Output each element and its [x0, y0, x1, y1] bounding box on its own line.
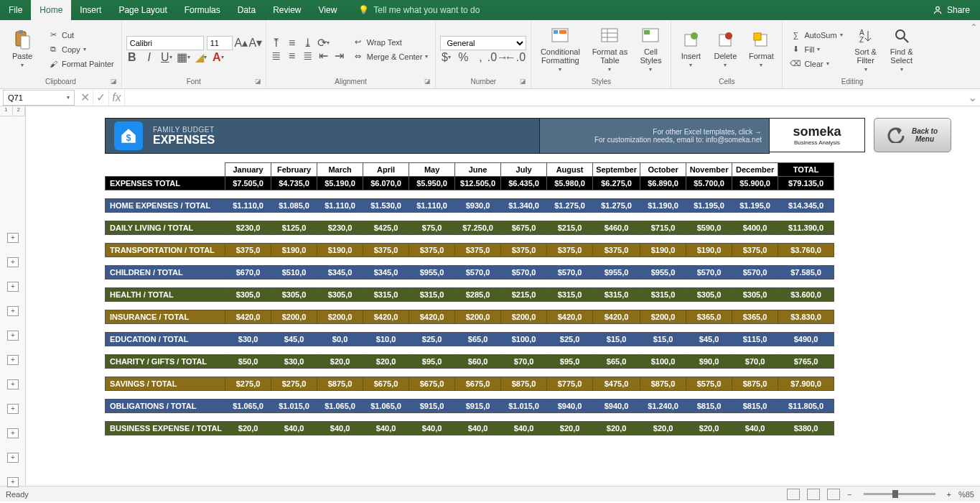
cell[interactable]: $375,0 [455, 244, 501, 257]
cell[interactable]: $7.505,0 [225, 177, 271, 190]
cell[interactable]: $1.240,0 [640, 400, 686, 413]
cell[interactable]: $675,0 [363, 377, 409, 391]
cell[interactable]: $0,0 [317, 333, 363, 346]
format-as-table-button[interactable]: Format as Table▾ [589, 26, 630, 73]
cell[interactable]: $940,0 [547, 400, 593, 413]
cell[interactable]: $590,0 [686, 221, 732, 235]
find-select-button[interactable]: Find & Select▾ [886, 26, 918, 73]
fx-icon[interactable]: fx [109, 90, 125, 106]
cell[interactable]: $11.805,0 [778, 400, 834, 413]
percent-icon[interactable]: % [457, 52, 469, 63]
fill-color-button[interactable]: ◢▾ [195, 52, 207, 63]
cell[interactable]: $6.275,0 [593, 177, 640, 190]
paste-button[interactable]: Paste ▾ [4, 30, 40, 68]
cell[interactable]: $4.735,0 [271, 177, 317, 190]
format-button[interactable]: Format▾ [745, 30, 778, 68]
cell[interactable]: $115,0 [732, 333, 778, 346]
cell[interactable]: $1.195,0 [686, 199, 732, 213]
cell[interactable]: $875,0 [317, 377, 363, 391]
tell-me-search[interactable]: 💡 Tell me what you want to do [345, 0, 923, 20]
cell[interactable]: $230,0 [225, 221, 271, 235]
cell[interactable]: $345,0 [317, 266, 363, 280]
cell[interactable]: $305,0 [317, 288, 363, 302]
cell[interactable]: $765,0 [778, 355, 834, 369]
cell[interactable]: $25,0 [409, 333, 455, 346]
cell[interactable]: $955,0 [409, 266, 455, 280]
cell[interactable]: $375,0 [363, 244, 409, 257]
cell[interactable]: $70,0 [501, 355, 547, 369]
sort-filter-button[interactable]: AZSort & Filter▾ [850, 26, 882, 73]
cell[interactable]: $400,0 [732, 221, 778, 235]
cell[interactable]: $5.950,0 [409, 177, 455, 190]
align-center-icon[interactable]: ≡ [286, 50, 298, 62]
normal-view-button[interactable] [787, 489, 800, 500]
cell[interactable]: $25,0 [547, 333, 593, 346]
cell[interactable]: $275,0 [225, 377, 271, 391]
cell[interactable]: $30,0 [271, 355, 317, 369]
number-format-select[interactable]: General [440, 36, 526, 50]
cell[interactable]: $1.530,0 [363, 199, 409, 213]
cell[interactable]: $5.900,0 [732, 177, 778, 190]
cell[interactable]: $570,0 [732, 266, 778, 280]
cell[interactable]: $190,0 [640, 244, 686, 257]
cell[interactable]: $7.585,0 [778, 266, 834, 280]
align-top-icon[interactable]: ⤒ [271, 37, 282, 49]
dialog-launcher-icon[interactable]: ◪ [111, 78, 117, 85]
cell[interactable]: $20,0 [686, 422, 732, 435]
tab-home[interactable]: Home [31, 0, 71, 20]
cell[interactable]: $12.505,0 [455, 177, 501, 190]
increase-decimal-icon[interactable]: .0→ [492, 52, 503, 63]
cell[interactable]: $420,0 [409, 310, 455, 324]
cell[interactable]: $100,0 [640, 355, 686, 369]
cell[interactable]: $20,0 [593, 422, 640, 435]
cell[interactable]: $65,0 [593, 355, 640, 369]
collapse-ribbon-icon[interactable]: ˆ [968, 20, 980, 88]
cell[interactable]: $305,0 [225, 288, 271, 302]
cell[interactable]: $5.980,0 [547, 177, 593, 190]
cell[interactable]: $7.250,0 [455, 221, 501, 235]
indent-icon[interactable]: ⇥ [334, 50, 345, 62]
cell[interactable]: $10,0 [363, 333, 409, 346]
cell[interactable]: $60,0 [455, 355, 501, 369]
cell[interactable]: $30,0 [225, 333, 271, 346]
cell[interactable]: $100,0 [501, 333, 547, 346]
cell[interactable]: $215,0 [547, 221, 593, 235]
cell[interactable]: $420,0 [593, 310, 640, 324]
cell[interactable]: $570,0 [501, 266, 547, 280]
align-left-icon[interactable]: ≣ [271, 50, 282, 62]
cell[interactable]: $940,0 [593, 400, 640, 413]
cell[interactable]: $200,0 [640, 310, 686, 324]
align-middle-icon[interactable]: ≡ [286, 37, 298, 49]
share-button[interactable]: Share [923, 0, 980, 20]
cell[interactable]: $65,0 [455, 333, 501, 346]
formula-input[interactable] [125, 90, 964, 106]
tab-view[interactable]: View [310, 0, 346, 20]
cell[interactable]: $5.190,0 [317, 177, 363, 190]
font-color-button[interactable]: A▾ [213, 52, 224, 63]
cell[interactable]: $1.015,0 [271, 400, 317, 413]
cell[interactable]: $1.110,0 [225, 199, 271, 213]
outline-expand-button[interactable]: + [7, 453, 19, 463]
cell[interactable]: $200,0 [271, 310, 317, 324]
cell[interactable]: $375,0 [593, 244, 640, 257]
zoom-out-button[interactable]: − [847, 490, 851, 499]
cell[interactable]: $45,0 [686, 333, 732, 346]
cell[interactable]: $915,0 [455, 400, 501, 413]
outline-expand-button[interactable]: + [7, 477, 19, 487]
cell[interactable]: $190,0 [686, 244, 732, 257]
increase-font-icon[interactable]: A▴ [235, 37, 247, 49]
cell[interactable]: $1.275,0 [547, 199, 593, 213]
someka-logo[interactable]: someka Business Analysis [769, 118, 865, 152]
outline-expand-button[interactable]: + [7, 233, 19, 243]
decrease-font-icon[interactable]: A▾ [250, 37, 261, 49]
cell[interactable]: $95,0 [547, 355, 593, 369]
cell[interactable]: $380,0 [778, 422, 834, 435]
cell[interactable]: $1.015,0 [501, 400, 547, 413]
cell[interactable]: $675,0 [501, 221, 547, 235]
cell-styles-button[interactable]: Cell Styles▾ [635, 26, 666, 73]
cell[interactable]: $315,0 [593, 288, 640, 302]
outline-expand-button[interactable]: + [7, 257, 19, 267]
comma-icon[interactable]: , [475, 52, 486, 63]
zoom-in-button[interactable]: + [947, 490, 951, 499]
cell[interactable]: $510,0 [271, 266, 317, 280]
